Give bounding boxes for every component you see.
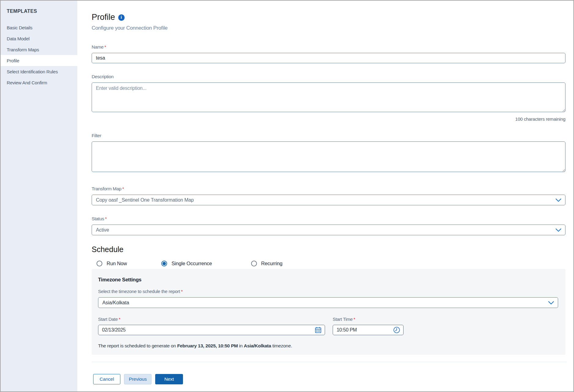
transform-map-selected-value: Copy oasf _Sentinel One Transformation M…	[96, 197, 194, 203]
app-window: TEMPLATES Basic Details Data Model Trans…	[0, 0, 574, 392]
radio-label: Run Now	[107, 261, 127, 266]
timezone-settings-heading: Timezone Settings	[98, 277, 558, 283]
start-date-value: 02/13/2025	[102, 327, 126, 333]
schedule-note: The report is scheduled to generate on F…	[98, 343, 558, 349]
start-date-label: Start Date*	[98, 317, 325, 322]
sidebar-item-label: Transform Maps	[7, 47, 39, 52]
required-asterisk: *	[181, 289, 183, 294]
timezone-selected-value: Asia/Kolkata	[102, 300, 129, 306]
start-time-label: Start Time*	[333, 317, 404, 322]
start-time-value: 10:50 PM	[337, 327, 357, 333]
required-asterisk: *	[119, 317, 121, 322]
schedule-note-datetime: February 13, 2025, 10:50 PM	[177, 343, 238, 348]
radio-run-now[interactable]: Run Now	[97, 261, 127, 266]
filter-textarea[interactable]	[92, 141, 565, 172]
start-time-group: Start Time* 10:50 PM	[333, 317, 404, 335]
transform-map-label: Transform Map*	[92, 186, 565, 191]
name-input[interactable]	[92, 53, 565, 63]
chevron-down-icon	[548, 301, 554, 305]
characters-remaining: 100 characters remaining	[92, 116, 565, 122]
sidebar-item-basic-details[interactable]: Basic Details	[1, 22, 77, 33]
start-date-group: Start Date* 02/13/2025	[98, 317, 325, 335]
schedule-note-timezone: Asia/Kolkata	[244, 343, 271, 348]
next-button[interactable]: Next	[155, 374, 183, 384]
sidebar-item-profile[interactable]: Profile	[1, 55, 77, 66]
name-label: Name*	[92, 44, 565, 49]
radio-single-occurrence[interactable]: Single Occurrence	[161, 261, 212, 266]
page-title: Profile	[92, 12, 115, 22]
filter-label: Filter	[92, 133, 565, 138]
footer-actions: Cancel Previous Next	[92, 374, 565, 384]
required-asterisk: *	[104, 44, 106, 49]
schedule-heading: Schedule	[92, 245, 565, 254]
transform-map-select[interactable]: Copy oasf _Sentinel One Transformation M…	[92, 195, 565, 205]
timezone-select[interactable]: Asia/Kolkata	[98, 297, 558, 308]
radio-recurring[interactable]: Recurring	[251, 261, 283, 266]
sidebar-item-label: Select Identification Rules	[7, 69, 58, 74]
timezone-settings-panel: Timezone Settings Select the timezone to…	[92, 269, 565, 355]
sidebar-item-label: Data Model	[7, 36, 30, 41]
chevron-down-icon	[555, 228, 561, 232]
radio-circle-icon	[97, 261, 102, 266]
description-field-group: Description 100 characters remaining	[92, 74, 565, 122]
sidebar-item-select-identification-rules[interactable]: Select Identification Rules	[1, 66, 77, 77]
description-label: Description	[92, 74, 565, 79]
calendar-icon[interactable]	[315, 327, 322, 334]
start-time-input[interactable]: 10:50 PM	[333, 325, 404, 335]
required-asterisk: *	[105, 216, 107, 221]
footer-divider	[92, 362, 567, 362]
name-field-group: Name*	[92, 44, 565, 63]
sidebar-item-label: Profile	[7, 58, 19, 63]
start-date-input[interactable]: 02/13/2025	[98, 325, 325, 335]
radio-label: Recurring	[261, 261, 283, 266]
transform-map-field-group: Transform Map* Copy oasf _Sentinel One T…	[92, 186, 565, 205]
timezone-select-label: Select the timezone to schedule the repo…	[98, 289, 558, 294]
sidebar-item-review-and-confirm[interactable]: Review And Confirm	[1, 77, 77, 88]
required-asterisk: *	[353, 317, 355, 322]
schedule-options: Run Now Single Occurrence Recurring	[92, 261, 565, 266]
main-content: Profile i Configure your Connection Prof…	[77, 1, 573, 391]
status-field-group: Status* Active	[92, 216, 565, 235]
info-icon[interactable]: i	[118, 14, 125, 21]
radio-circle-icon	[251, 261, 257, 266]
sidebar-title: TEMPLATES	[1, 9, 77, 14]
radio-label: Single Occurrence	[171, 261, 212, 266]
chevron-down-icon	[555, 198, 561, 202]
page-subtitle: Configure your Connection Profile	[92, 25, 565, 31]
description-textarea[interactable]	[92, 82, 565, 112]
status-label: Status*	[92, 216, 565, 221]
status-select[interactable]: Active	[92, 225, 565, 235]
status-selected-value: Active	[96, 227, 109, 233]
sidebar-item-data-model[interactable]: Data Model	[1, 33, 77, 44]
radio-circle-icon	[161, 261, 167, 266]
sidebar-item-label: Basic Details	[7, 25, 32, 30]
sidebar-item-label: Review And Confirm	[7, 80, 47, 85]
sidebar-item-transform-maps[interactable]: Transform Maps	[1, 44, 77, 55]
previous-button[interactable]: Previous	[124, 374, 152, 384]
required-asterisk: *	[122, 186, 124, 191]
date-time-row: Start Date* 02/13/2025	[98, 317, 558, 335]
cancel-button[interactable]: Cancel	[93, 374, 120, 384]
clock-icon[interactable]	[393, 327, 400, 334]
filter-field-group: Filter	[92, 133, 565, 172]
templates-sidebar: TEMPLATES Basic Details Data Model Trans…	[1, 1, 77, 391]
